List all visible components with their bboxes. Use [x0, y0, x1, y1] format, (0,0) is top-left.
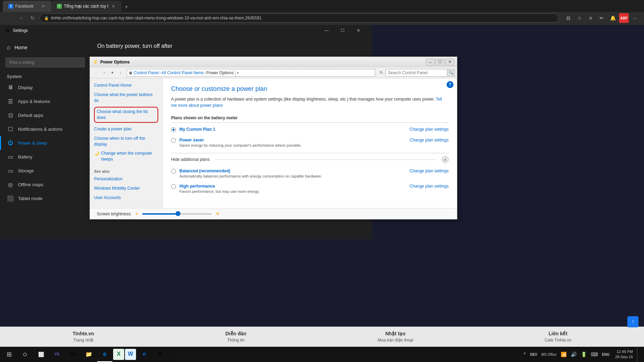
refresh-button[interactable]: ↻	[28, 13, 37, 23]
tray-battery-icon[interactable]: 🔋	[579, 351, 588, 358]
settings-search-container	[6, 58, 85, 67]
sidebar-item-battery[interactable]: ▭ Battery	[0, 150, 90, 164]
plan-change-custom[interactable]: Change plan settings	[409, 127, 449, 132]
settings-minimize[interactable]: —	[319, 25, 334, 36]
dialog-forward-btn[interactable]: →	[100, 69, 108, 77]
tray-dev-label[interactable]: DEV	[529, 352, 539, 357]
footer-link-forum[interactable]: Thông tin	[226, 338, 246, 343]
taskbar-app-word[interactable]: W	[125, 349, 136, 360]
back-button[interactable]: ←	[4, 13, 14, 23]
adblock-badge[interactable]: ABP	[619, 13, 629, 23]
forward-button[interactable]: →	[16, 13, 26, 23]
footer-link-tinhte[interactable]: Trang nhất	[73, 338, 94, 343]
sidebar-item-display[interactable]: 🖥 Display	[0, 80, 90, 94]
tray-expand-icon[interactable]: ^	[522, 351, 527, 358]
sidebar-icon[interactable]: ⊟	[564, 13, 573, 23]
hide-plans-toggle-btn[interactable]: ∧	[442, 156, 449, 163]
tray-lang-label[interactable]: ENG	[601, 352, 611, 357]
taskbar-app-edge[interactable]: e	[97, 347, 112, 362]
sidebar-link-user-accounts[interactable]: User Accounts	[94, 195, 158, 201]
plan-change-balanced[interactable]: Change plan settings	[409, 169, 449, 173]
brightness-thumb[interactable]	[176, 211, 180, 216]
tray-clock[interactable]: 12:46 PM 28-Sep-16	[612, 348, 636, 361]
notifications-icon[interactable]: 🔔	[608, 13, 618, 23]
dialog-content: ? Control Panel Home Choose what the pow…	[90, 78, 457, 208]
tray-network-icon[interactable]: 📶	[559, 351, 568, 358]
search-button[interactable]: ○	[17, 347, 33, 362]
settings-search-input[interactable]	[6, 58, 85, 67]
plan-radio-saver[interactable]	[171, 138, 176, 143]
plan-change-saver[interactable]: Change plan settings	[409, 138, 449, 143]
plan-radio-balanced[interactable]	[171, 169, 176, 174]
address-bar[interactable]: 🔒 tinhte.vn/threads/tong-hop-cac-cach-tu…	[40, 14, 559, 23]
taskbar-app-explorer[interactable]: 📁	[81, 347, 96, 362]
plan-radio-high-performance[interactable]	[171, 184, 176, 189]
footer-link-nhatlao[interactable]: Mua bán điện thoại	[378, 338, 413, 343]
dialog-maximize[interactable]: ☐	[435, 59, 444, 66]
taskbar-app-settings[interactable]: ⚙	[153, 347, 168, 362]
breadcrumb-all-items[interactable]: All Control Panel Items	[161, 70, 204, 75]
taskbar-app-vs[interactable]: VS	[49, 347, 65, 362]
sidebar-item-offline-maps[interactable]: ◎ Offline maps	[0, 178, 90, 191]
sidebar-link-create-plan[interactable]: Create a power plan	[94, 126, 158, 132]
plan-radio-custom[interactable]	[171, 127, 176, 132]
menu-icon[interactable]: ≡	[586, 13, 595, 23]
plan-name-custom[interactable]: My Custom Plan 1	[179, 127, 406, 132]
sidebar-link-closing-lid[interactable]: Choose what closing the lid does	[94, 107, 158, 123]
settings-close[interactable]: ✕	[350, 25, 366, 36]
sidebar-link-power-buttons[interactable]: Choose what the power buttons do	[94, 92, 158, 104]
dialog-address-bar[interactable]: 🖥 Control Panel › All Control Panel Item…	[127, 69, 375, 77]
sidebar-item-notifications[interactable]: ☐ Notifications & actions	[0, 122, 90, 136]
more-icon[interactable]: ···	[630, 13, 640, 23]
help-button[interactable]: ?	[447, 81, 454, 88]
browser-tab-facebook[interactable]: f Facebook ✕	[3, 1, 51, 12]
sidebar-item-default-apps[interactable]: ⊡ Default apps	[0, 108, 90, 122]
show-desktop-button[interactable]	[637, 347, 640, 362]
search-btn[interactable]: 🔍	[447, 69, 455, 76]
taskbar-app-excel[interactable]: X	[113, 349, 124, 360]
tab-close-tinhte[interactable]: ✕	[110, 3, 116, 9]
plan-change-high-performance[interactable]: Change plan settings	[409, 184, 449, 189]
sidebar-link-personalization[interactable]: Personalization	[94, 176, 158, 182]
tray-ms-office-label[interactable]: MS Office	[540, 352, 558, 357]
dialog-addr-refresh[interactable]: ↻	[377, 69, 385, 77]
tray-volume-icon[interactable]: 🔊	[569, 351, 578, 358]
tray-keyboard-icon[interactable]: ⌨	[590, 351, 599, 358]
hide-additional-plans[interactable]: Hide additional plans ∧	[171, 153, 449, 163]
tab-close-facebook[interactable]: ✕	[40, 3, 46, 9]
dialog-back-btn[interactable]: ←	[92, 69, 100, 77]
taskbar-app-store[interactable]: 🛍	[65, 347, 80, 362]
dialog-dropdown-btn[interactable]: ▾	[109, 69, 116, 77]
brightness-track[interactable]	[142, 213, 212, 215]
dialog-sidebar: Control Panel Home Choose what the power…	[90, 78, 163, 208]
edit-icon[interactable]: ✏	[597, 13, 607, 23]
plan-name-saver[interactable]: Power saver	[179, 138, 406, 143]
dialog-up-btn[interactable]: ↑	[117, 69, 125, 77]
sidebar-link-turn-off-display[interactable]: Choose when to turn off the display	[94, 136, 158, 147]
sidebar-item-storage[interactable]: ▭ Storage	[0, 164, 90, 178]
settings-home-item[interactable]: ⌂ Home	[0, 40, 90, 55]
favorites-icon[interactable]: ☆	[575, 13, 584, 23]
dialog-minimize[interactable]: —	[426, 59, 435, 66]
task-view-button[interactable]: ⬜	[33, 347, 49, 362]
search-control-panel-input[interactable]	[386, 70, 447, 76]
sidebar-link-change-sleep[interactable]: Change when the computer sleeps	[101, 150, 158, 162]
sidebar-item-tablet-mode[interactable]: ⬛ Tablet mode	[0, 191, 90, 205]
taskbar-app-ie[interactable]: e	[137, 347, 152, 362]
new-tab-button[interactable]: +	[121, 2, 131, 12]
scroll-top-button[interactable]: ↑	[627, 316, 638, 327]
breadcrumb-control-panel[interactable]: Control Panel	[134, 70, 159, 75]
sidebar-item-power[interactable]: ⏻ Power & sleep	[0, 136, 90, 150]
address-dropdown-btn[interactable]: ▾	[235, 69, 240, 77]
plan-name-balanced[interactable]: Balanced (recommended)	[179, 169, 406, 173]
breadcrumb: Control Panel › All Control Panel Items …	[134, 70, 234, 75]
start-button[interactable]: ⊞	[1, 347, 17, 362]
sidebar-link-control-panel-home[interactable]: Control Panel Home	[94, 83, 158, 88]
settings-maximize[interactable]: ☐	[334, 25, 350, 36]
browser-tab-tinhte[interactable]: T Tổng hợp các cách tùy I ✕	[51, 1, 121, 12]
sidebar-item-apps[interactable]: ☰ Apps & features	[0, 94, 90, 108]
footer-link-lienket[interactable]: Cafe Tinhte.vn	[544, 338, 571, 343]
sidebar-link-mobility-center[interactable]: Windows Mobility Center	[94, 186, 158, 191]
plan-name-high-performance[interactable]: High performance	[179, 184, 406, 189]
dialog-close[interactable]: ✕	[445, 59, 454, 66]
